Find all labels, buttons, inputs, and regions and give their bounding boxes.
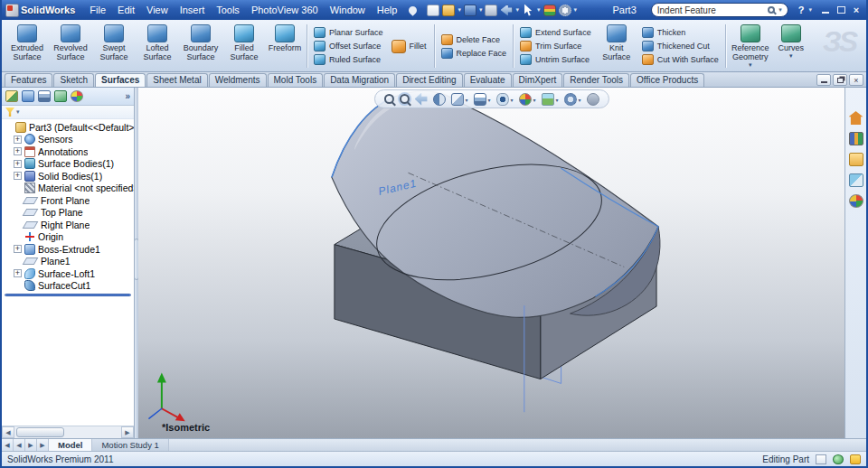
apply-scene-caret-icon[interactable]: ▾ [556,97,559,106]
pin-icon[interactable] [408,5,420,16]
tab-scroll-right-icon[interactable]: ▶ [25,439,37,451]
expand-icon[interactable]: + [14,245,22,253]
motion-study-tab[interactable]: Motion Study 1 [92,439,168,451]
graphics-viewport[interactable]: Plane1 ▾ ▾ ▾ ▾ ▾ [138,88,844,438]
tab-render-tools[interactable]: Render Tools [563,73,629,87]
previous-view-icon[interactable] [414,93,427,106]
tree-item-annotations[interactable]: +Annotations [2,145,134,158]
doc-restore-button[interactable] [833,74,847,86]
doc-minimize-button[interactable] [816,74,831,86]
expand-icon[interactable]: + [14,147,22,155]
menu-tools[interactable]: Tools [211,3,245,17]
boundary-surface-button[interactable]: Boundary Surface [179,22,222,70]
tree-item-boss-extrude[interactable]: +Boss-Extrude1 [2,243,134,256]
expand-icon[interactable]: + [14,160,22,168]
save-icon[interactable] [464,5,476,16]
menu-insert[interactable]: Insert [175,3,211,17]
knit-surface-button[interactable]: Knit Surface [595,22,638,70]
tab-data-migration[interactable]: Data Migration [324,73,395,87]
apply-scene-icon[interactable] [542,93,554,106]
undo-caret-icon[interactable]: ▾ [515,6,519,14]
ruled-surface-button[interactable]: Ruled Surface [314,54,383,65]
view-palette-icon[interactable] [849,173,863,187]
displaymanager-tab-icon[interactable] [71,90,83,102]
tab-evaluate[interactable]: Evaluate [464,73,512,87]
panel-chevron-icon[interactable]: » [125,91,130,101]
menu-help[interactable]: Help [372,3,403,17]
rebuild-icon[interactable] [543,5,556,16]
design-library-icon[interactable] [849,132,863,145]
view-settings-icon[interactable] [564,93,577,106]
delete-face-button[interactable]: Delete Face [441,34,507,45]
menu-view[interactable]: View [141,3,174,17]
file-explorer-icon[interactable] [849,153,863,166]
hide-show-caret-icon[interactable]: ▾ [510,97,513,106]
freeform-button[interactable]: Freeform [266,22,304,70]
tree-item-surface-cut[interactable]: SurfaceCut1 [2,280,134,293]
configurationmanager-tab-icon[interactable] [38,90,51,102]
tab-scroll-left-icon[interactable]: ◀ [14,439,25,451]
filled-surface-button[interactable]: Filled Surface [222,22,266,70]
expand-icon[interactable]: + [14,136,22,144]
tree-item-material[interactable]: Material <not specified> [2,183,134,195]
thickened-cut-button[interactable]: Thickened Cut [642,41,719,51]
tab-features[interactable]: Features [5,73,52,87]
tab-mold-tools[interactable]: Mold Tools [268,73,324,87]
scroll-left-icon[interactable]: ◀ [2,426,14,438]
doc-close-button[interactable]: × [849,74,863,86]
filter-caret-icon[interactable]: ▾ [16,108,20,116]
swept-surface-button[interactable]: Swept Surface [92,22,136,70]
open-caret-icon[interactable]: ▾ [458,6,461,14]
help-button[interactable]: ? [796,5,807,15]
search-icon[interactable] [768,6,775,14]
tree-item-origin[interactable]: Origin [2,231,134,244]
menu-photoview[interactable]: PhotoView 360 [246,3,324,17]
expand-icon[interactable]: + [14,172,22,180]
tree-item-solid-bodies[interactable]: +Solid Bodies(1) [2,170,134,183]
untrim-surface-button[interactable]: Untrim Surface [520,54,591,65]
curves-button[interactable]: Curves▾ [772,22,810,70]
new-document-icon[interactable] [427,5,439,16]
view-orientation-caret-icon[interactable]: ▾ [465,97,467,106]
menu-file[interactable]: File [84,3,111,17]
tab-surfaces[interactable]: Surfaces [95,73,146,87]
minimize-button[interactable] [819,5,832,15]
edit-appearance-caret-icon[interactable]: ▾ [533,97,536,106]
thicken-button[interactable]: Thicken [642,27,719,38]
select-icon[interactable] [522,5,534,16]
expand-icon[interactable]: + [14,269,22,277]
scroll-track[interactable] [14,426,121,438]
tab-dimxpert[interactable]: DimXpert [513,73,563,87]
tab-sheet-metal[interactable]: Sheet Metal [146,73,207,87]
section-view-icon[interactable] [432,93,445,106]
scroll-right-icon[interactable]: ▶ [121,426,134,438]
model-tab[interactable]: Model [49,439,92,451]
offset-surface-button[interactable]: Offset Surface [314,41,383,51]
tab-scroll-last-icon[interactable]: ▶ [37,439,49,451]
planar-surface-button[interactable]: Planar Surface [314,27,383,38]
open-icon[interactable] [442,5,455,16]
edit-appearance-icon[interactable] [519,93,532,106]
featuremanager-tab-icon[interactable] [5,90,18,102]
appearances-icon[interactable] [849,194,863,208]
help-caret-icon[interactable]: ▾ [808,6,812,14]
extruded-surface-button[interactable]: Extruded Surface [5,22,49,70]
tab-sketch[interactable]: Sketch [53,73,94,87]
save-caret-icon[interactable]: ▾ [479,6,483,14]
options-icon[interactable] [559,5,571,16]
propertymanager-tab-icon[interactable] [22,90,34,102]
tree-item-surface-loft[interactable]: +Surface-Loft1 [2,267,134,280]
display-style-caret-icon[interactable]: ▾ [487,97,490,106]
model-canvas[interactable]: Plane1 [138,88,844,438]
tab-direct-editing[interactable]: Direct Editing [396,73,462,87]
tree-item-root[interactable]: Part3 (Default<<Default>_Displa [2,121,134,134]
tab-weldments[interactable]: Weldments [209,73,267,87]
tree-item-sensors[interactable]: +Sensors [2,134,134,146]
zoom-fit-icon[interactable] [383,94,393,104]
camera-icon[interactable] [587,93,599,106]
view-orientation-icon[interactable] [450,93,463,106]
menu-edit[interactable]: Edit [112,3,140,17]
scroll-thumb[interactable] [16,427,64,437]
tree-item-top-plane[interactable]: Top Plane [2,207,134,220]
solidworks-resources-icon[interactable] [849,111,863,125]
